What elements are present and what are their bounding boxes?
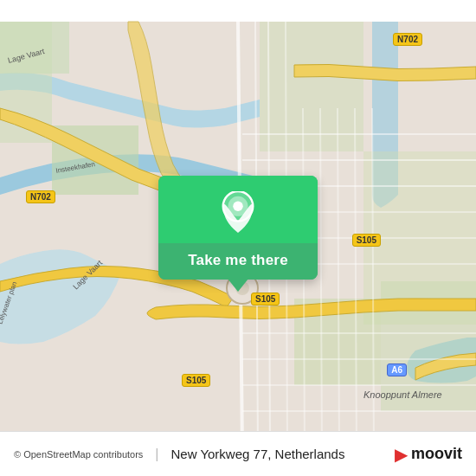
- road-label-n702-top: N702: [393, 33, 422, 46]
- card-left-section: © OpenStreetMap contributors | New Yorkw…: [14, 447, 344, 462]
- svg-point-36: [233, 202, 243, 212]
- svg-text:Knooppunt Almere: Knooppunt Almere: [363, 389, 442, 400]
- road-label-s105-mid: S105: [251, 293, 280, 306]
- road-label-a6: A6: [387, 363, 407, 376]
- moovit-logo: ▶ moovit: [395, 444, 462, 465]
- take-me-there-button[interactable]: Take me there: [158, 176, 318, 280]
- button-icon-area: [158, 176, 318, 243]
- moovit-logo-text: moovit: [411, 445, 462, 463]
- button-pointer: [228, 279, 248, 292]
- road-label-s105-bottom: S105: [182, 374, 210, 387]
- road-label-s105-right: S105: [352, 234, 381, 247]
- location-pin-icon: [221, 191, 255, 233]
- copyright-text: © OpenStreetMap contributors: [14, 449, 143, 460]
- road-label-n702-left: N702: [26, 190, 55, 203]
- map-container: Knooppunt Almere Lage Vaart Insteekhafen…: [0, 0, 476, 476]
- moovit-logo-icon: ▶: [395, 444, 408, 465]
- svg-rect-4: [260, 22, 363, 151]
- button-label-area: Take me there: [158, 243, 318, 280]
- bottom-card: © OpenStreetMap contributors | New Yorkw…: [0, 431, 476, 476]
- location-label: New Yorkweg 77, Netherlands: [171, 447, 345, 461]
- take-me-there-label: Take me there: [188, 252, 288, 268]
